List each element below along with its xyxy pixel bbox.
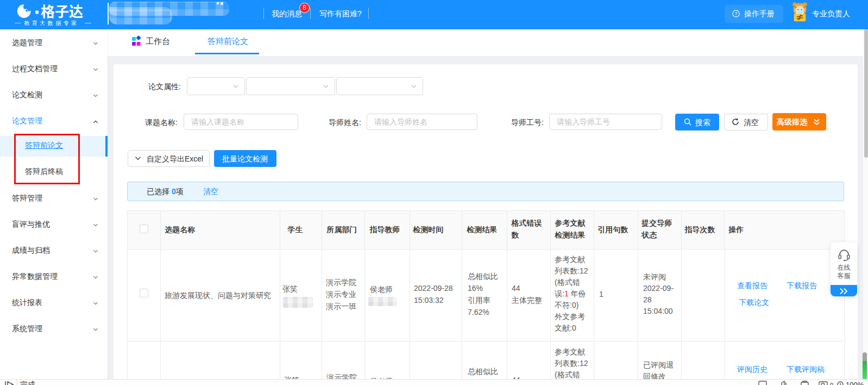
- svg-text:100%: 100%: [846, 381, 864, 385]
- svg-text:?: ?: [734, 11, 737, 16]
- svg-text:0: 0: [830, 382, 833, 385]
- svg-text:格子达: 格子达: [41, 3, 83, 21]
